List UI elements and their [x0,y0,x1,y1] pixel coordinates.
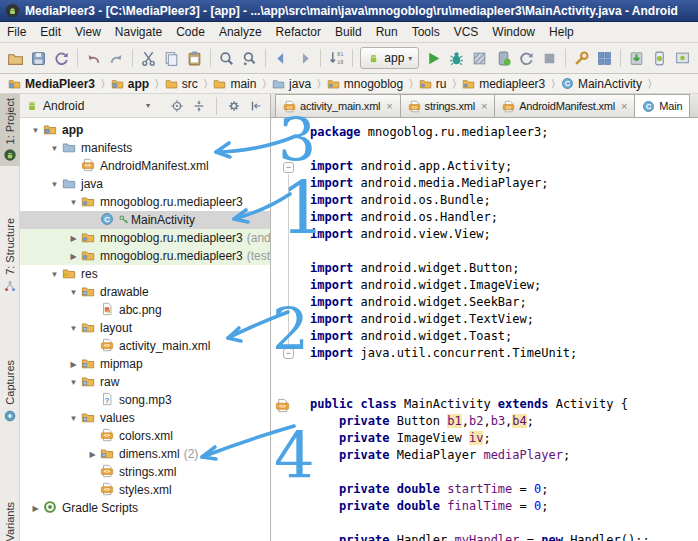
collapse-arrow-icon[interactable]: ▶ [28,504,43,513]
menu-help[interactable]: Help [542,23,581,41]
project-modules-button[interactable] [593,46,616,70]
expand-arrow-icon[interactable]: ▼ [66,288,81,297]
sidebar-tab-project[interactable]: 1: Project [0,94,20,166]
tree-item-app[interactable]: ▼app [20,121,270,139]
expand-arrow-icon[interactable]: ▼ [66,378,81,387]
stop-button[interactable] [538,46,561,70]
tree-item-mnogoblog.ru.mediapleer3[interactable]: ▼mnogoblog.ru.mediapleer3 [20,193,270,211]
tree-item-java[interactable]: ▼java [20,175,270,193]
breadcrumb-item-mediapleer3[interactable]: mediapleer3 [460,77,547,91]
menu-build[interactable]: Build [328,23,369,41]
editor-tab-main[interactable]: CMain [634,94,690,117]
settings-wrench-button[interactable] [570,46,593,70]
rerun-button[interactable] [515,46,538,70]
menu-refactor[interactable]: Refactor [269,23,328,41]
copy-button[interactable] [160,46,183,70]
sidebar-tab-variants[interactable]: Variants [0,498,20,541]
menu-window[interactable]: Window [485,23,542,41]
related-xml-gutter-icon[interactable]: <> [275,398,290,413]
forward-button[interactable] [293,46,316,70]
collapse-arrow-icon[interactable]: ▶ [66,360,81,369]
tree-item-values[interactable]: ▼values [20,409,270,427]
breadcrumb-item-mainactivity[interactable]: CMainActivity [559,77,644,91]
close-tab-icon[interactable]: × [386,100,392,112]
tree-item-mnogoblog.ru.mediapleer3[interactable]: ▶mnogoblog.ru.mediapleer3(test) [20,247,270,265]
tree-item-gradlescripts[interactable]: ▶Gradle Scripts [20,499,270,517]
debug-button[interactable] [445,46,468,70]
tree-item-activity_main.xml[interactable]: <>activity_main.xml [20,337,270,355]
scroll-from-source-button[interactable] [168,97,186,115]
menu-navigate[interactable]: Navigate [108,23,169,41]
open-folder-button[interactable] [4,46,27,70]
breadcrumb-item-mediapleer3[interactable]: MediaPleer3 [6,77,97,91]
expand-arrow-icon[interactable]: ▼ [47,180,62,189]
collapse-arrow-icon[interactable]: ▶ [66,234,81,243]
tree-item-androidmanifest.xml[interactable]: <>AndroidManifest.xml [20,157,270,175]
expand-arrow-icon[interactable]: ▼ [47,270,62,279]
sync-button[interactable] [50,46,73,70]
breadcrumb-item-main[interactable]: main [211,77,258,91]
menu-vcs[interactable]: VCS [447,23,486,41]
run-button[interactable] [422,46,445,70]
expand-arrow-icon[interactable]: ▼ [66,324,81,333]
menu-run[interactable]: Run [369,23,405,41]
sort-lines-button[interactable]: 0110 [325,46,348,70]
editor-tab-androidmanifest.xml[interactable]: <>AndroidManifest.xml× [494,94,635,117]
fold-marker-collapse-start[interactable]: − [283,162,294,173]
undo-button[interactable] [82,46,105,70]
find-button[interactable] [215,46,238,70]
fold-marker-collapse-end[interactable]: − [283,348,294,359]
tree-item-abc.png[interactable]: abc.png [20,301,270,319]
menu-view[interactable]: View [68,23,108,41]
chevron-down-icon[interactable]: ▾ [146,101,150,110]
back-button[interactable] [270,46,293,70]
tree-item-strings.xml[interactable]: <>strings.xml [20,463,270,481]
tree-item-res[interactable]: ▼res [20,265,270,283]
close-tab-icon[interactable]: × [481,100,487,112]
menu-file[interactable]: File [0,23,33,41]
save-button[interactable] [27,46,50,70]
breadcrumb-item-app[interactable]: app [109,77,151,91]
tree-item-mnogoblog.ru.mediapleer3[interactable]: ▶mnogoblog.ru.mediapleer3(androidTest) [20,229,270,247]
collapse-arrow-icon[interactable]: ▶ [66,252,81,261]
breadcrumb-item-ru[interactable]: ru [417,77,449,91]
tree-item-manifests[interactable]: ▼manifests [20,139,270,157]
android-monitor-button[interactable] [671,46,694,70]
tree-item-styles.xml[interactable]: <>styles.xml [20,481,270,499]
tree-item-mipmap[interactable]: ▶mipmap [20,355,270,373]
project-view-selector[interactable]: Android [43,99,84,113]
collapse-all-button[interactable] [190,97,208,115]
paste-button[interactable] [183,46,206,70]
expand-arrow-icon[interactable]: ▼ [28,126,43,135]
tree-item-mainactivity[interactable]: CMainActivity [20,211,270,229]
menu-code[interactable]: Code [169,23,212,41]
attach-debugger-button[interactable] [492,46,515,70]
expand-arrow-icon[interactable]: ▼ [66,414,81,423]
find-in-path-button[interactable] [238,46,261,70]
close-tab-icon[interactable]: × [621,100,627,112]
tree-item-song.mp3[interactable]: ?song.mp3 [20,391,270,409]
run-configuration-dropdown[interactable]: app▾ [360,47,419,69]
menu-edit[interactable]: Edit [33,23,68,41]
tree-item-drawable[interactable]: ▼drawable [20,283,270,301]
sdk-manager-button[interactable] [625,46,648,70]
editor-tab-activity_main.xml[interactable]: <>activity_main.xml× [275,94,401,117]
avd-manager-button[interactable] [648,46,671,70]
collapse-arrow-icon[interactable]: ▶ [85,450,100,459]
settings-gear-button[interactable] [225,97,243,115]
tree-item-layout[interactable]: ▼layout [20,319,270,337]
sidebar-tab-captures[interactable]: Captures [0,356,20,427]
redo-button[interactable] [105,46,128,70]
window-titlebar[interactable]: MediaPleer3 - [C:\MediaPleer3] - [app] -… [0,0,698,22]
menu-tools[interactable]: Tools [405,23,447,41]
menu-analyze[interactable]: Analyze [212,23,269,41]
expand-arrow-icon[interactable]: ▼ [66,198,81,207]
tree-item-colors.xml[interactable]: <>colors.xml [20,427,270,445]
editor-tab-strings.xml[interactable]: <>strings.xml× [400,94,496,117]
coverage-button[interactable] [468,46,491,70]
expand-arrow-icon[interactable]: ▼ [47,144,62,153]
breadcrumb-item-src[interactable]: src [163,77,200,91]
breadcrumb-item-java[interactable]: java [270,77,313,91]
hide-panel-button[interactable] [247,97,265,115]
breadcrumb-item-mnogoblog[interactable]: mnogoblog [325,77,405,91]
